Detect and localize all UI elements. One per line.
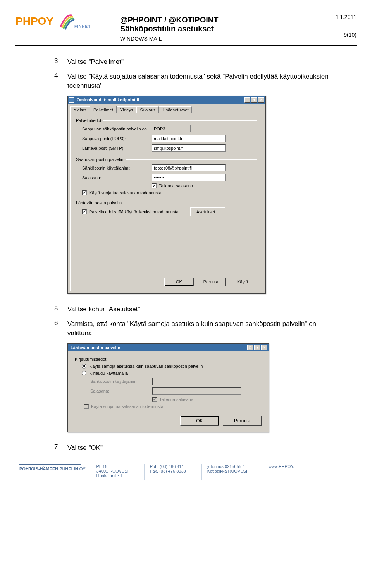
pop3-field[interactable]: mail.kotipoint.fi <box>152 135 226 142</box>
close-icon[interactable]: ✕ <box>261 345 267 350</box>
secure-password-checkbox[interactable] <box>82 190 87 195</box>
subtitle: WINDOWS MAIL <box>120 36 322 42</box>
chk-remember-label: Tallenna salasana <box>159 397 193 402</box>
step-num: 6. <box>54 319 67 338</box>
dialog1-wrap: Ominaisuudet: mail.kotipoint.fi □ ▾ ✕ Yl… <box>67 96 341 294</box>
step-3: 3. Valitse "Palvelimet" <box>54 57 341 67</box>
group-incoming: Saapuvan postin palvelin <box>76 157 257 162</box>
secure-password-checkbox-disabled <box>84 404 89 409</box>
group-login: Kirjautumistiedot <box>75 357 262 362</box>
group-title: Kirjautumistiedot <box>75 357 106 362</box>
dialog2-wrap: Lähtevän postin palvelin □ ▾ ✕ Kirjautum… <box>67 343 341 432</box>
titlebar[interactable]: Ominaisuudet: mail.kotipoint.fi □ ▾ ✕ <box>68 96 265 104</box>
step-4: 4. Valitse "Käytä suojattua salasanan to… <box>54 72 341 91</box>
footer-company-col: POHJOIS-HÄMEEN PUHELIN OY <box>19 464 86 471</box>
step-num: 7. <box>54 443 67 453</box>
footer-phone: Puh. (03) 486 411 Fax. (03) 476 3033 <box>144 464 186 480</box>
chevron-down-icon[interactable]: ▾ <box>254 345 260 350</box>
app-icon <box>69 97 74 103</box>
group-palvelintiedot: Palvelintiedot <box>76 118 257 123</box>
titlebar-text: Ominaisuudet: mail.kotipoint.fi <box>77 98 244 102</box>
group-title: Palvelintiedot <box>76 118 101 123</box>
use-same-settings-radio[interactable] <box>82 364 86 369</box>
username-field[interactable]: teptes08@phpoint.fi <box>152 164 226 171</box>
tel2: Fax. (03) 476 3033 <box>150 469 186 473</box>
titlebar[interactable]: Lähtevän postin palvelin □ ▾ ✕ <box>68 344 269 351</box>
radio-login-label: Kirjaudu käyttämällä <box>90 371 128 375</box>
dropdown-icon[interactable]: □ <box>247 345 253 350</box>
step-text: Valitse kohta "Asetukset" <box>67 305 341 314</box>
addr1: PL 16 <box>96 464 129 469</box>
radio-same-label: Käytä samoja asetuksia kuin saapuvan säh… <box>90 364 203 369</box>
step-text: Valitse "Palvelimet" <box>67 57 341 67</box>
password-field[interactable]: ••••••• <box>152 174 226 181</box>
lbl-password: Salasana: <box>90 389 152 393</box>
logo-swirl-icon <box>57 12 76 31</box>
tab-panel: Palvelintiedot Saapuvan sähköpostin palv… <box>70 113 263 291</box>
remember-password-checkbox[interactable] <box>152 183 157 188</box>
doc-page: 9(10) <box>322 32 356 38</box>
step-6: 6. Varmista, että kohta "Käytä samoja as… <box>54 319 341 338</box>
web: www.PHPOY.fi <box>269 464 296 469</box>
addr2: 34601 RUOVESI <box>96 469 129 473</box>
footer-web: www.PHPOY.fi <box>263 464 296 480</box>
dialog-body: Kirjautumistiedot Käytä samoja asetuksia… <box>68 351 269 432</box>
login-using-radio[interactable] <box>82 371 86 375</box>
tab-suojaus[interactable]: Suojaus <box>136 106 159 113</box>
outgoing-server-dialog: Lähtevän postin palvelin □ ▾ ✕ Kirjautum… <box>67 343 269 432</box>
lbl-password: Salasana: <box>82 175 152 180</box>
lbl-username: Sähköpostin käyttäjänimi: <box>82 166 152 170</box>
properties-dialog: Ominaisuudet: mail.kotipoint.fi □ ▾ ✕ Yl… <box>67 96 266 294</box>
ok-button[interactable]: OK <box>180 416 219 426</box>
group-title: Lähtevän postin palvelin <box>76 201 122 205</box>
reg1: y-tunnus 0215655-1 <box>207 464 247 469</box>
username-field-disabled <box>152 378 241 385</box>
dropdown-icon[interactable]: □ <box>244 97 250 103</box>
step-num: 4. <box>54 72 67 91</box>
logo-area: PHPOY FINNET <box>16 12 120 31</box>
tab-lisaasetukset[interactable]: Lisäasetukset <box>159 106 192 113</box>
chk-remember-label: Tallenna salasana <box>159 183 193 188</box>
chk-secure-label: Käytä suojattua salasanan todennusta <box>89 190 162 195</box>
smtp-field[interactable]: smtp.kotipoint.fi <box>152 144 226 152</box>
apply-button[interactable]: Käytä <box>228 278 257 286</box>
server-type-field: POP3 <box>152 125 191 132</box>
close-icon[interactable]: ✕ <box>258 97 264 103</box>
lbl-pop3: Saapuva posti (POP3): <box>82 136 152 141</box>
step-5: 5. Valitse kohta "Asetukset" <box>54 305 341 314</box>
tab-yhteys[interactable]: Yhteys <box>117 106 137 113</box>
remember-password-checkbox-disabled <box>152 397 157 402</box>
cancel-button[interactable]: Peruuta <box>196 278 226 286</box>
step-num: 5. <box>54 305 67 314</box>
tab-palvelimet[interactable]: Palvelimet <box>90 106 117 113</box>
tabs: Yleiset Palvelimet Yhteys Suojaus Lisäas… <box>68 104 265 113</box>
chevron-down-icon[interactable]: ▾ <box>251 97 257 103</box>
page-footer: POHJOIS-HÄMEEN PUHELIN OY PL 16 34601 RU… <box>16 464 356 480</box>
settings-button[interactable]: Asetukset... <box>190 207 225 216</box>
tel1: Puh. (03) 486 411 <box>150 464 186 469</box>
chk-outauth-label: Palvelin edellyttää käyttöoikeuksien tod… <box>89 209 179 214</box>
cancel-button[interactable]: Peruuta <box>223 416 262 426</box>
footer-address: PL 16 34601 RUOVESI Honkalantie 1 <box>96 464 129 480</box>
title-line1: @PHPOINT / @KOTIPOINT <box>120 15 322 24</box>
lbl-smtp: Lähtevä posti (SMTP): <box>82 146 152 151</box>
page-header: PHPOY FINNET @PHPOINT / @KOTIPOINT Sähkö… <box>16 12 356 46</box>
group-title: Saapuvan postin palvelin <box>76 157 123 162</box>
step-text: Valitse "Käytä suojattua salasanan toden… <box>67 72 341 91</box>
addr3: Honkalantie 1 <box>96 473 129 478</box>
logo-text: PHPOY <box>16 15 53 27</box>
lbl-username: Sähköpostin käyttäjänimi: <box>90 379 152 384</box>
chk-secure-label: Käytä suojattua salasanan todennusta <box>91 404 164 409</box>
step-text: Varmista, että kohta "Käytä samoja asetu… <box>67 319 341 338</box>
title-line2: Sähköpostitilin asetukset <box>120 24 322 33</box>
reg2: Kotipaikka RUOVESI <box>207 469 247 473</box>
step-num: 3. <box>54 57 67 67</box>
footer-reg: y-tunnus 0215655-1 Kotipaikka RUOVESI <box>202 464 247 480</box>
lbl-server-type: Saapuvan sähköpostin palvelin on <box>82 127 152 131</box>
outgoing-auth-checkbox[interactable] <box>82 209 87 214</box>
doc-date: 1.1.2011 <box>322 14 356 20</box>
header-meta: 1.1.2011 9(10) <box>322 12 356 38</box>
tab-yleiset[interactable]: Yleiset <box>70 106 90 113</box>
ok-button[interactable]: OK <box>164 278 194 286</box>
password-field-disabled <box>152 387 241 395</box>
